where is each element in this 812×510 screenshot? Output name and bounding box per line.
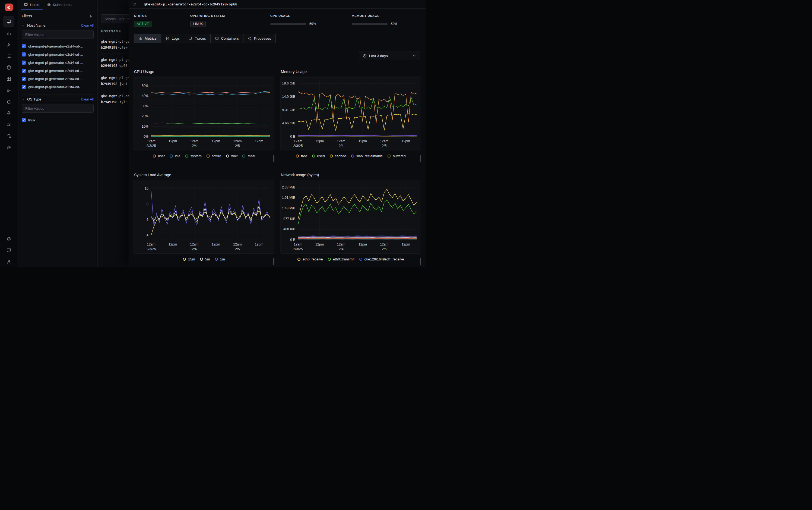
legend-scrollbar[interactable] (273, 155, 274, 162)
sliders-icon[interactable] (4, 85, 14, 95)
checkbox-checked-icon[interactable] (22, 44, 26, 48)
time-range-picker[interactable]: Last 3 days (359, 51, 420, 60)
legend-item[interactable]: gke12f61649ed4::receive (359, 257, 404, 261)
monitor-icon[interactable] (3, 16, 14, 27)
rocket-icon[interactable] (4, 108, 14, 118)
checkbox-checked-icon[interactable] (22, 85, 26, 89)
legend-item[interactable]: idle (170, 154, 180, 158)
legend-item[interactable]: 15m (183, 257, 195, 261)
filter-values-input[interactable] (25, 106, 91, 111)
containers-icon (215, 36, 219, 40)
bell-icon[interactable] (4, 96, 14, 107)
bar-chart-icon[interactable] (4, 28, 14, 38)
svg-text:18.6 GiB: 18.6 GiB (282, 82, 295, 85)
filter-option[interactable]: gke-mgmt-pl-generator-e2st4-od-... (22, 58, 94, 66)
filter-option[interactable]: linux (22, 116, 94, 124)
legend-label: user (158, 154, 165, 158)
chat-icon[interactable] (4, 245, 14, 255)
legend-item[interactable]: eth0::transmit (328, 257, 355, 261)
database-icon[interactable] (4, 62, 14, 73)
filter-option[interactable]: gke-mgmt-pl-generator-e2st4-od-... (22, 42, 94, 50)
legend-item[interactable]: 1m (215, 257, 225, 261)
legend-item[interactable]: free (296, 154, 307, 158)
legend-item[interactable]: used (312, 154, 325, 158)
filter-values-input[interactable] (25, 32, 91, 37)
tab-processes[interactable]: Processes (243, 34, 276, 43)
svg-text:12pm: 12pm (402, 243, 410, 246)
svg-text:2/3/25: 2/3/25 (147, 247, 156, 251)
legend-item[interactable]: system (185, 154, 202, 158)
list-icon[interactable] (4, 51, 14, 61)
legend-ring-icon (296, 154, 299, 158)
filter-option[interactable]: gke-mgmt-pl-generator-e2st4-od-... (22, 83, 94, 91)
clear-all-link[interactable]: Clear All (81, 97, 94, 101)
legend-label: wait (231, 154, 238, 158)
svg-text:12am: 12am (380, 243, 388, 246)
legend-item[interactable]: wait (226, 154, 238, 158)
checkbox-checked-icon[interactable] (22, 52, 26, 56)
filter-option[interactable]: gke-mgmt-pl-generator-e2st4-od-... (22, 50, 94, 58)
legend-item[interactable]: steal (242, 154, 255, 158)
chart-canvas[interactable]: 0 B488 KiB977 KiB1.43 MiB1.91 MiB2.38 Mi… (280, 180, 421, 254)
legend-item[interactable]: slab_reclaimable (351, 154, 383, 158)
legend-item[interactable]: softirq (207, 154, 221, 158)
time-range-value: Last 3 days (369, 54, 388, 58)
tab-logs[interactable]: Logs (161, 34, 184, 43)
tab-kubernetes[interactable]: Kubernetes (44, 0, 75, 10)
chart-title: CPU Usage (134, 69, 274, 74)
collapse-panel-icon[interactable] (90, 14, 94, 18)
legend-item[interactable]: eth0::receive (297, 257, 323, 261)
tab-metrics[interactable]: Metrics (134, 34, 161, 43)
chart-title: System Load Average (134, 173, 274, 177)
legend-scrollbar[interactable] (420, 155, 421, 162)
layers-icon[interactable] (4, 233, 14, 244)
section-title: OS Type (27, 97, 41, 101)
legend-item[interactable]: buffered (388, 154, 405, 158)
user-icon[interactable] (4, 256, 14, 267)
kubernetes-wheel-icon (47, 3, 51, 7)
svg-text:1.43 MiB: 1.43 MiB (282, 206, 295, 210)
legend-ring-icon (359, 258, 362, 261)
legend-item[interactable]: user (153, 154, 165, 158)
gear-icon[interactable] (4, 142, 14, 152)
stat-cpu: CPU USAGE 59% (270, 14, 352, 27)
filter-section-os-type: OS Type Clear All linux (18, 97, 97, 124)
legend-scrollbar[interactable] (273, 258, 274, 265)
chart-canvas[interactable]: 0 B4.66 GiB9.31 GiB14.0 GiB18.6 GiB12am2… (280, 77, 421, 150)
grid-icon[interactable] (4, 74, 14, 84)
tab-traces[interactable]: Traces (184, 34, 211, 43)
legend-ring-icon (242, 154, 245, 158)
app-logo[interactable] (5, 3, 13, 11)
checkbox-checked-icon[interactable] (22, 118, 26, 122)
svg-text:0 B: 0 B (290, 135, 295, 139)
close-icon[interactable] (133, 2, 137, 6)
checkbox-checked-icon[interactable] (22, 77, 26, 81)
chart-canvas[interactable]: 0%10%20%30%40%50%12am2/3/2512pm12am2/412… (133, 77, 274, 150)
chart-canvas[interactable]: 4681012am2/3/2512pm12am2/412pm12am2/512p… (133, 180, 274, 254)
chevron-down-icon[interactable] (22, 98, 25, 101)
checkbox-checked-icon[interactable] (22, 69, 26, 73)
compass-icon[interactable] (4, 39, 14, 50)
legend-ring-icon (330, 154, 333, 158)
svg-text:12pm: 12pm (359, 139, 367, 143)
svg-text:12am: 12am (337, 243, 345, 246)
filter-option[interactable]: gke-mgmt-pl-generator-e2st4-od-... (22, 66, 94, 75)
checkbox-checked-icon[interactable] (22, 61, 26, 65)
workflow-icon[interactable] (4, 131, 14, 141)
clear-all-link[interactable]: Clear All (81, 24, 94, 27)
legend-label: used (317, 154, 325, 158)
filter-option[interactable]: gke-mgmt-pl-generator-e2st4-od-... (22, 75, 94, 83)
status-label: STATUS (134, 14, 190, 18)
bug-icon[interactable] (4, 119, 14, 130)
legend-scrollbar[interactable] (420, 258, 421, 265)
tab-hosts-label: Hosts (30, 3, 39, 7)
legend-label: 1m (220, 257, 225, 261)
tab-containers[interactable]: Containers (211, 34, 243, 43)
legend-item[interactable]: cached (330, 154, 346, 158)
svg-text:12pm: 12pm (169, 139, 177, 143)
svg-text:0%: 0% (144, 135, 148, 139)
legend-item[interactable]: 5m (200, 257, 210, 261)
chevron-down-icon[interactable] (22, 24, 25, 27)
legend-ring-icon (153, 154, 156, 158)
tab-hosts[interactable]: Hosts (21, 0, 42, 10)
